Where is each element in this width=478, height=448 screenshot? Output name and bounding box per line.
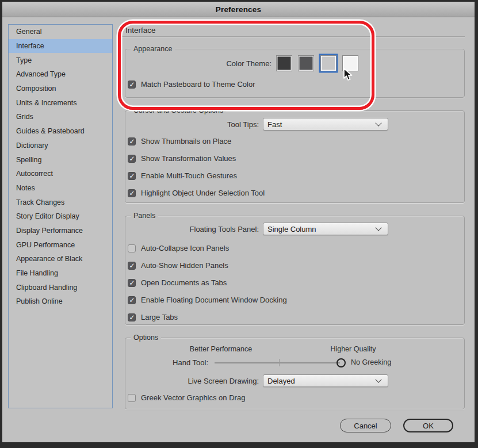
floating-docking-row: Enable Floating Document Window Docking: [128, 296, 287, 304]
sidebar-item-label: Advanced Type: [16, 70, 66, 78]
cancel-button-label: Cancel: [354, 422, 377, 430]
large-tabs-checkbox[interactable]: [128, 313, 136, 321]
greek-vector-checkbox[interactable]: [128, 394, 136, 402]
color-theme-swatch-light-gray[interactable]: [320, 55, 336, 71]
auto-collapse-checkbox[interactable]: [128, 244, 136, 252]
greek-vector-row: Greek Vector Graphics on Drag: [128, 393, 245, 402]
chevron-down-icon: [375, 120, 381, 126]
hand-tool-slider-knob[interactable]: [336, 358, 346, 367]
open-documents-checkbox[interactable]: [128, 279, 136, 287]
chevron-down-icon: [375, 224, 381, 231]
hand-tool-slider-track[interactable]: [215, 362, 340, 363]
checkbox-label: Auto-Show Hidden Panels: [141, 261, 228, 270]
sidebar-item-label: Spelling: [16, 156, 41, 164]
checkbox-label: Auto-Collapse Icon Panels: [141, 244, 229, 252]
sidebar-item-label: Clipboard Handling: [16, 284, 77, 292]
sidebar-item-track-changes[interactable]: Track Changes: [9, 195, 112, 209]
tool-tips-select[interactable]: Fast: [263, 118, 388, 131]
preferences-dialog: Preferences General Interface Type Advan…: [2, 2, 475, 442]
live-screen-drawing-label: Live Screen Drawing:: [163, 377, 259, 385]
match-pasteboard-checkbox[interactable]: [128, 81, 136, 89]
sidebar-item-spelling[interactable]: Spelling: [9, 152, 112, 167]
color-theme-swatch-dark[interactable]: [276, 55, 292, 71]
window-title: Preferences: [216, 5, 262, 14]
checkbox-label: Greek Vector Graphics on Drag: [141, 393, 245, 402]
sidebar-item-label: General: [16, 28, 41, 36]
ok-button[interactable]: OK: [403, 419, 453, 432]
sidebar-item-label: Appearance of Black: [16, 255, 82, 263]
floating-docking-checkbox[interactable]: [128, 296, 136, 304]
screenshot-frame: Preferences General Interface Type Advan…: [0, 0, 478, 448]
color-theme-label: Color Theme:: [198, 59, 271, 68]
cancel-button[interactable]: Cancel: [340, 419, 391, 432]
sidebar-item-story-editor-display[interactable]: Story Editor Display: [9, 209, 112, 224]
page-title: Interface: [125, 26, 156, 35]
sidebar-item-general[interactable]: General: [9, 25, 112, 39]
match-pasteboard-row: Match Pasteboard to Theme Color: [128, 80, 255, 89]
heading-divider: [120, 36, 465, 37]
color-theme-swatch-medium-dark[interactable]: [298, 55, 314, 71]
sidebar-item-label: Dictionary: [16, 141, 48, 150]
checkbox-label: Show Thumbnails on Place: [141, 137, 231, 145]
live-screen-drawing-select[interactable]: Delayed: [263, 374, 388, 387]
auto-collapse-row: Auto-Collapse Icon Panels: [128, 244, 229, 252]
highlight-object-checkbox[interactable]: [128, 189, 136, 197]
checkbox-label: Large Tabs: [141, 313, 178, 321]
sidebar-item-clipboard-handling[interactable]: Clipboard Handling: [9, 280, 112, 294]
cursor-gesture-legend: Cursor and Gesture Options: [131, 106, 226, 114]
checkbox-label: Match Pasteboard to Theme Color: [141, 80, 255, 89]
title-bar[interactable]: Preferences: [2, 2, 475, 17]
sidebar-item-composition[interactable]: Composition: [9, 82, 112, 96]
sidebar-item-notes[interactable]: Notes: [9, 181, 112, 196]
sidebar-item-label: Grids: [16, 113, 33, 121]
sidebar-item-type[interactable]: Type: [9, 53, 112, 67]
show-transformation-checkbox[interactable]: [128, 155, 136, 163]
multi-touch-checkbox[interactable]: [128, 172, 136, 180]
options-legend: Options: [131, 334, 161, 342]
slider-center-tick: [279, 359, 280, 366]
sidebar-item-label: Guides & Pasteboard: [16, 127, 85, 135]
sidebar-item-appearance-of-black[interactable]: Appearance of Black: [9, 252, 112, 266]
sidebar-item-label: Story Editor Display: [16, 212, 79, 220]
sidebar-item-advanced-type[interactable]: Advanced Type: [9, 67, 112, 82]
higher-quality-label: Higher Quality: [307, 345, 399, 353]
sidebar-item-label: Notes: [16, 184, 35, 192]
sidebar-item-label: Track Changes: [16, 198, 64, 206]
checkbox-label: Enable Multi-Touch Gestures: [141, 171, 237, 180]
sidebar-item-display-performance[interactable]: Display Performance: [9, 224, 112, 238]
sidebar-item-file-handling[interactable]: File Handling: [9, 266, 112, 281]
sidebar-item-units-increments[interactable]: Units & Increments: [9, 95, 112, 110]
open-documents-row: Open Documents as Tabs: [128, 278, 227, 287]
sidebar-item-grids[interactable]: Grids: [9, 110, 112, 124]
sidebar-item-dictionary[interactable]: Dictionary: [9, 139, 112, 153]
tool-tips-value: Fast: [263, 120, 376, 129]
auto-show-checkbox[interactable]: [128, 262, 136, 270]
floating-tools-panel-select[interactable]: Single Column: [263, 223, 388, 235]
show-thumbnails-checkbox[interactable]: [128, 137, 136, 145]
ok-button-label: OK: [423, 422, 434, 430]
chevron-down-icon: [375, 376, 381, 382]
sidebar-item-label: GPU Performance: [16, 241, 75, 249]
sidebar-item-publish-online[interactable]: Publish Online: [9, 294, 112, 309]
floating-tools-panel-value: Single Column: [263, 225, 376, 233]
better-performance-label: Better Performance: [175, 345, 267, 353]
multi-touch-row: Enable Multi-Touch Gestures: [128, 171, 237, 180]
checkbox-label: Show Transformation Values: [141, 154, 236, 163]
sidebar-item-interface[interactable]: Interface: [9, 39, 112, 53]
large-tabs-row: Large Tabs: [128, 313, 178, 321]
live-screen-drawing-value: Delayed: [263, 377, 376, 385]
show-thumbnails-row: Show Thumbnails on Place: [128, 137, 231, 145]
cursor-arrow-icon: [343, 68, 354, 82]
checkbox-label: Highlight Object Under Selection Tool: [141, 189, 265, 197]
appearance-legend: Appearance: [131, 45, 175, 53]
panels-legend: Panels: [131, 212, 158, 220]
sidebar-item-label: Autocorrect: [16, 170, 53, 178]
sidebar-item-label: Interface: [16, 42, 44, 50]
checkbox-label: Open Documents as Tabs: [141, 278, 227, 287]
no-greeking-label: No Greeking: [351, 358, 391, 366]
sidebar-item-gpu-performance[interactable]: GPU Performance: [9, 238, 112, 252]
sidebar-item-guides-pasteboard[interactable]: Guides & Pasteboard: [9, 124, 112, 139]
show-transformation-row: Show Transformation Values: [128, 154, 236, 163]
sidebar-item-autocorrect[interactable]: Autocorrect: [9, 167, 112, 181]
sidebar-item-label: Composition: [16, 85, 56, 93]
